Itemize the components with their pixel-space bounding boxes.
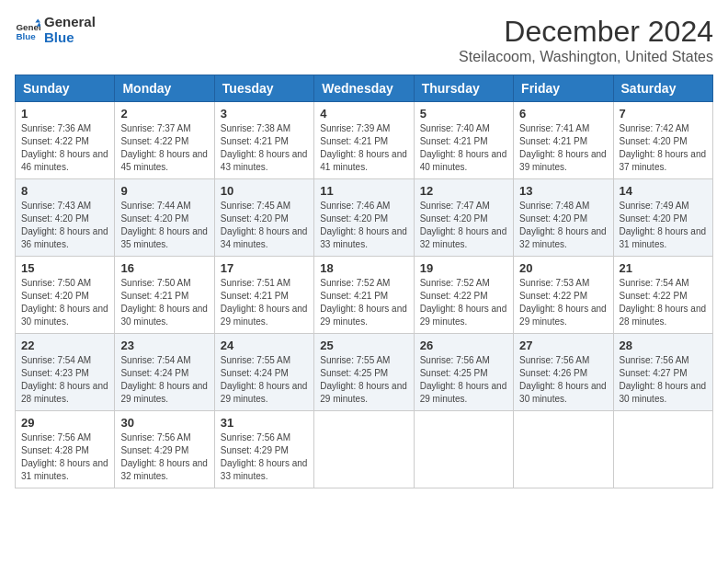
day-number: 14 [620, 184, 707, 198]
calendar-cell: 5Sunrise: 7:40 AMSunset: 4:21 PMDaylight… [414, 102, 513, 179]
col-header-sunday: Sunday [16, 75, 115, 102]
svg-marker-2 [35, 18, 40, 22]
day-number: 10 [221, 184, 308, 198]
calendar-cell: 4Sunrise: 7:39 AMSunset: 4:21 PMDaylight… [314, 102, 414, 179]
logo: General Blue General Blue [15, 15, 96, 45]
calendar-cell: 20Sunrise: 7:53 AMSunset: 4:22 PMDayligh… [514, 257, 613, 334]
day-number: 24 [221, 339, 308, 352]
calendar-cell [613, 411, 712, 488]
day-info: Sunrise: 7:50 AMSunset: 4:21 PMDaylight:… [120, 277, 208, 328]
day-number: 20 [519, 261, 607, 275]
day-number: 3 [221, 107, 308, 121]
main-title: December 2024 [459, 15, 713, 49]
day-info: Sunrise: 7:56 AMSunset: 4:26 PMDaylight:… [519, 354, 607, 406]
day-info: Sunrise: 7:54 AMSunset: 4:22 PMDaylight:… [620, 277, 707, 328]
day-info: Sunrise: 7:56 AMSunset: 4:29 PMDaylight:… [120, 431, 208, 483]
day-number: 17 [221, 261, 308, 275]
calendar-cell: 6Sunrise: 7:41 AMSunset: 4:21 PMDaylight… [514, 102, 613, 179]
day-number: 5 [420, 107, 507, 121]
day-info: Sunrise: 7:43 AMSunset: 4:20 PMDaylight:… [21, 200, 108, 251]
calendar-cell: 7Sunrise: 7:42 AMSunset: 4:20 PMDaylight… [613, 102, 712, 179]
day-info: Sunrise: 7:53 AMSunset: 4:22 PMDaylight:… [519, 277, 607, 328]
day-info: Sunrise: 7:44 AMSunset: 4:20 PMDaylight:… [120, 200, 208, 251]
calendar-cell: 14Sunrise: 7:49 AMSunset: 4:20 PMDayligh… [613, 179, 712, 257]
day-number: 28 [620, 339, 707, 352]
day-info: Sunrise: 7:54 AMSunset: 4:23 PMDaylight:… [21, 354, 108, 406]
calendar-week-row: 29Sunrise: 7:56 AMSunset: 4:28 PMDayligh… [16, 411, 713, 488]
calendar-table: SundayMondayTuesdayWednesdayThursdayFrid… [15, 75, 713, 488]
day-info: Sunrise: 7:45 AMSunset: 4:20 PMDaylight:… [221, 200, 308, 251]
day-info: Sunrise: 7:55 AMSunset: 4:25 PMDaylight:… [320, 354, 407, 406]
day-info: Sunrise: 7:56 AMSunset: 4:29 PMDaylight:… [221, 431, 308, 483]
col-header-thursday: Thursday [414, 75, 513, 102]
day-number: 9 [120, 184, 208, 198]
day-info: Sunrise: 7:47 AMSunset: 4:20 PMDaylight:… [420, 200, 507, 251]
day-number: 21 [620, 261, 707, 275]
calendar-cell [314, 411, 414, 488]
col-header-monday: Monday [115, 75, 214, 102]
day-number: 1 [21, 107, 108, 121]
day-info: Sunrise: 7:49 AMSunset: 4:20 PMDaylight:… [620, 200, 707, 251]
day-number: 13 [519, 184, 607, 198]
calendar-cell: 18Sunrise: 7:52 AMSunset: 4:21 PMDayligh… [314, 257, 414, 334]
calendar-header-row: SundayMondayTuesdayWednesdayThursdayFrid… [16, 75, 713, 102]
day-info: Sunrise: 7:36 AMSunset: 4:22 PMDaylight:… [21, 122, 108, 174]
calendar-cell: 19Sunrise: 7:52 AMSunset: 4:22 PMDayligh… [414, 257, 513, 334]
day-info: Sunrise: 7:56 AMSunset: 4:28 PMDaylight:… [21, 431, 108, 483]
calendar-cell: 24Sunrise: 7:55 AMSunset: 4:24 PMDayligh… [214, 334, 313, 411]
col-header-tuesday: Tuesday [214, 75, 313, 102]
day-info: Sunrise: 7:56 AMSunset: 4:27 PMDaylight:… [620, 354, 707, 406]
day-info: Sunrise: 7:54 AMSunset: 4:24 PMDaylight:… [120, 354, 208, 406]
calendar-cell: 27Sunrise: 7:56 AMSunset: 4:26 PMDayligh… [514, 334, 613, 411]
calendar-cell: 17Sunrise: 7:51 AMSunset: 4:21 PMDayligh… [214, 257, 313, 334]
calendar-week-row: 1Sunrise: 7:36 AMSunset: 4:22 PMDaylight… [16, 102, 713, 179]
calendar-cell: 16Sunrise: 7:50 AMSunset: 4:21 PMDayligh… [115, 257, 214, 334]
col-header-wednesday: Wednesday [314, 75, 414, 102]
calendar-cell: 31Sunrise: 7:56 AMSunset: 4:29 PMDayligh… [214, 411, 313, 488]
day-number: 6 [519, 107, 607, 121]
calendar-cell: 15Sunrise: 7:50 AMSunset: 4:20 PMDayligh… [16, 257, 115, 334]
calendar-cell: 26Sunrise: 7:56 AMSunset: 4:25 PMDayligh… [414, 334, 513, 411]
calendar-week-row: 15Sunrise: 7:50 AMSunset: 4:20 PMDayligh… [16, 257, 713, 334]
header: General Blue General Blue December 2024 … [15, 15, 713, 65]
day-number: 30 [120, 416, 208, 430]
calendar-cell: 13Sunrise: 7:48 AMSunset: 4:20 PMDayligh… [514, 179, 613, 257]
day-number: 8 [21, 184, 108, 198]
day-info: Sunrise: 7:52 AMSunset: 4:22 PMDaylight:… [420, 277, 507, 328]
day-info: Sunrise: 7:37 AMSunset: 4:22 PMDaylight:… [120, 122, 208, 174]
calendar-cell: 1Sunrise: 7:36 AMSunset: 4:22 PMDaylight… [16, 102, 115, 179]
day-info: Sunrise: 7:50 AMSunset: 4:20 PMDaylight:… [21, 277, 108, 328]
day-info: Sunrise: 7:42 AMSunset: 4:20 PMDaylight:… [620, 122, 707, 174]
day-number: 22 [21, 339, 108, 352]
calendar-cell: 10Sunrise: 7:45 AMSunset: 4:20 PMDayligh… [214, 179, 313, 257]
calendar-cell: 11Sunrise: 7:46 AMSunset: 4:20 PMDayligh… [314, 179, 414, 257]
day-info: Sunrise: 7:56 AMSunset: 4:25 PMDaylight:… [420, 354, 507, 406]
day-info: Sunrise: 7:55 AMSunset: 4:24 PMDaylight:… [221, 354, 308, 406]
calendar-cell [414, 411, 513, 488]
calendar-cell: 8Sunrise: 7:43 AMSunset: 4:20 PMDaylight… [16, 179, 115, 257]
day-number: 23 [120, 339, 208, 352]
day-info: Sunrise: 7:40 AMSunset: 4:21 PMDaylight:… [420, 122, 507, 174]
day-info: Sunrise: 7:48 AMSunset: 4:20 PMDaylight:… [519, 200, 607, 251]
day-info: Sunrise: 7:51 AMSunset: 4:21 PMDaylight:… [221, 277, 308, 328]
day-number: 16 [120, 261, 208, 275]
calendar-cell: 3Sunrise: 7:38 AMSunset: 4:21 PMDaylight… [214, 102, 313, 179]
calendar-cell: 28Sunrise: 7:56 AMSunset: 4:27 PMDayligh… [613, 334, 712, 411]
day-number: 12 [420, 184, 507, 198]
calendar-cell [514, 411, 613, 488]
subtitle: Steilacoom, Washington, United States [459, 49, 713, 65]
logo-line2: Blue [44, 30, 96, 46]
day-info: Sunrise: 7:39 AMSunset: 4:21 PMDaylight:… [320, 122, 407, 174]
day-number: 7 [620, 107, 707, 121]
day-number: 31 [221, 416, 308, 430]
day-number: 19 [420, 261, 507, 275]
col-header-friday: Friday [514, 75, 613, 102]
svg-text:Blue: Blue [16, 30, 36, 40]
calendar-cell: 25Sunrise: 7:55 AMSunset: 4:25 PMDayligh… [314, 334, 414, 411]
title-area: December 2024 Steilacoom, Washington, Un… [459, 15, 713, 65]
day-number: 18 [320, 261, 407, 275]
calendar-cell: 9Sunrise: 7:44 AMSunset: 4:20 PMDaylight… [115, 179, 214, 257]
calendar-week-row: 8Sunrise: 7:43 AMSunset: 4:20 PMDaylight… [16, 179, 713, 257]
calendar-cell: 2Sunrise: 7:37 AMSunset: 4:22 PMDaylight… [115, 102, 214, 179]
calendar-cell: 12Sunrise: 7:47 AMSunset: 4:20 PMDayligh… [414, 179, 513, 257]
